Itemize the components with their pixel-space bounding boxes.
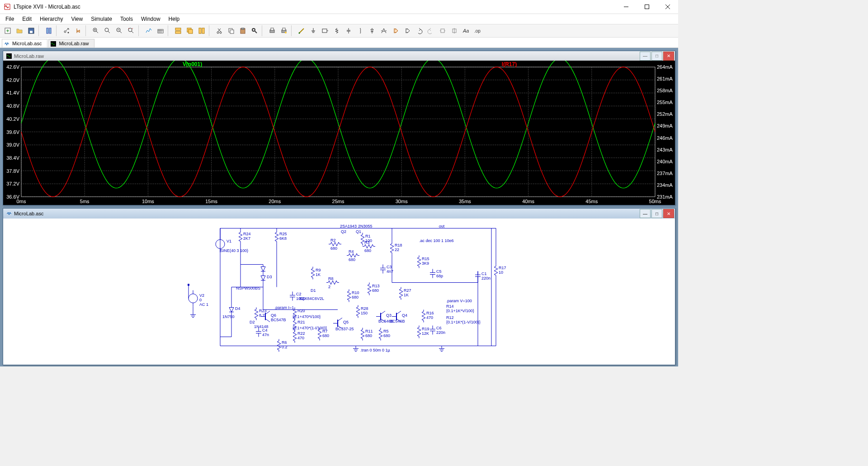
svg-rect-37 xyxy=(51,41,56,47)
run-button[interactable] xyxy=(61,25,72,37)
svg-text:BC337-25: BC337-25 xyxy=(335,327,354,331)
svg-text:R16: R16 xyxy=(426,311,434,315)
svg-text:264mA: 264mA xyxy=(657,64,673,70)
autorange-button[interactable] xyxy=(143,25,155,37)
menu-file[interactable]: File xyxy=(2,15,18,23)
schematic-title: MicroLab.asc xyxy=(14,211,639,216)
svg-text:.op: .op xyxy=(474,29,481,33)
svg-rect-4 xyxy=(47,28,48,33)
copy-button[interactable] xyxy=(225,25,237,37)
svg-text:R13: R13 xyxy=(372,284,380,288)
svg-rect-29 xyxy=(283,28,285,30)
menubar: File Edit Hierarchy View Simulate Tools … xyxy=(0,14,678,24)
halt-button[interactable] xyxy=(72,25,84,37)
svg-text:D2: D2 xyxy=(250,320,255,324)
svg-text:R14: R14 xyxy=(446,304,454,309)
diode-button[interactable] xyxy=(366,25,378,37)
spice-directive-button[interactable]: .op xyxy=(472,25,484,37)
menu-edit[interactable]: Edit xyxy=(19,15,35,23)
child-close-button[interactable]: ✕ xyxy=(663,52,674,61)
svg-rect-13 xyxy=(175,28,181,30)
svg-text:0: 0 xyxy=(199,298,202,302)
capacitor-button[interactable] xyxy=(343,25,354,37)
tile-windows-button[interactable] xyxy=(172,25,184,37)
resistor-button[interactable] xyxy=(331,25,343,37)
schematic-canvas[interactable]: outV1SINE(40 3 100)V20AC 1R242K7R256K8D3… xyxy=(3,219,675,365)
svg-text:15ms: 15ms xyxy=(205,199,217,204)
setup-button[interactable] xyxy=(155,25,166,37)
save-button[interactable] xyxy=(25,25,37,37)
plot-area[interactable]: 0ms5ms10ms15ms20ms25ms30ms35ms40ms45ms50… xyxy=(3,61,675,205)
tab-waveform[interactable]: MicroLab.raw xyxy=(48,39,94,48)
zoom-fit-button[interactable] xyxy=(125,25,137,37)
menu-hierarchy[interactable]: Hierarchy xyxy=(36,15,66,23)
minimize-button[interactable] xyxy=(616,0,637,14)
menu-view[interactable]: View xyxy=(67,15,86,23)
svg-text:Q5: Q5 xyxy=(343,320,349,324)
child-maximize-button[interactable]: □ xyxy=(651,52,662,61)
cascade-windows-button[interactable] xyxy=(184,25,196,37)
move-button[interactable] xyxy=(390,25,401,37)
svg-text:R22: R22 xyxy=(297,331,305,336)
child-close-button[interactable]: ✕ xyxy=(663,209,674,218)
cut-button[interactable] xyxy=(213,25,225,37)
find-button[interactable] xyxy=(249,25,260,37)
text-button[interactable]: Aa xyxy=(460,25,472,37)
menu-simulate[interactable]: Simulate xyxy=(87,15,116,23)
mirror-button[interactable] xyxy=(448,25,460,37)
waveform-titlebar[interactable]: MicroLab.raw — □ ✕ xyxy=(3,51,675,61)
label-button[interactable] xyxy=(319,25,331,37)
svg-text:249mA: 249mA xyxy=(657,123,673,128)
svg-text:243mA: 243mA xyxy=(657,147,673,152)
svg-text:R1: R1 xyxy=(365,234,371,238)
svg-point-6 xyxy=(64,31,66,33)
child-maximize-button[interactable]: □ xyxy=(651,209,662,218)
svg-text:Q2: Q2 xyxy=(341,229,346,234)
child-minimize-button[interactable]: — xyxy=(640,209,651,218)
print-setup-button[interactable] xyxy=(278,25,290,37)
menu-help[interactable]: Help xyxy=(165,15,184,23)
redo-button[interactable] xyxy=(425,25,437,37)
schematic-titlebar[interactable]: MicroLab.asc — □ ✕ xyxy=(3,209,675,219)
svg-text:150: 150 xyxy=(361,311,368,315)
svg-text:R10: R10 xyxy=(352,290,359,295)
new-schematic-button[interactable] xyxy=(2,25,14,37)
undo-button[interactable] xyxy=(413,25,425,37)
maximize-button[interactable] xyxy=(637,0,657,14)
svg-text:R5: R5 xyxy=(383,329,389,333)
svg-text:20ms: 20ms xyxy=(269,199,281,204)
ground-button[interactable] xyxy=(307,25,319,37)
wire-button[interactable] xyxy=(296,25,307,37)
rotate-button[interactable] xyxy=(437,25,448,37)
svg-rect-39 xyxy=(3,61,675,205)
close-windows-button[interactable] xyxy=(196,25,208,37)
inductor-button[interactable] xyxy=(354,25,366,37)
svg-rect-17 xyxy=(199,28,201,33)
open-button[interactable] xyxy=(14,25,25,37)
child-minimize-button[interactable]: — xyxy=(640,52,651,61)
svg-rect-120 xyxy=(188,284,189,286)
tab-schematic[interactable]: MicroLab.asc xyxy=(2,39,47,48)
close-button[interactable] xyxy=(657,0,678,14)
drag-button[interactable] xyxy=(401,25,413,37)
svg-text:{0.1+470*(1-I/100)}: {0.1+470*(1-I/100)} xyxy=(292,326,327,330)
component-button[interactable] xyxy=(378,25,390,37)
pan-button[interactable] xyxy=(102,25,113,37)
menu-tools[interactable]: Tools xyxy=(117,15,137,23)
svg-text:220n: 220n xyxy=(436,330,445,335)
svg-point-7 xyxy=(68,32,69,33)
menu-window[interactable]: Window xyxy=(137,15,164,23)
paste-button[interactable] xyxy=(237,25,249,37)
svg-text:BC546B: BC546B xyxy=(390,319,405,323)
zoom-out-button[interactable] xyxy=(113,25,125,37)
print-button[interactable] xyxy=(266,25,278,37)
svg-point-31 xyxy=(299,33,300,34)
svg-text:40.8V: 40.8V xyxy=(6,103,19,109)
svg-text:D1: D1 xyxy=(311,288,316,293)
control-panel-button[interactable] xyxy=(43,25,55,37)
svg-text:470: 470 xyxy=(426,315,433,320)
waveform-window: MicroLab.raw — □ ✕ 0ms5ms10ms15ms20ms25m… xyxy=(3,51,675,205)
svg-line-235 xyxy=(381,311,385,314)
zoom-in-button[interactable] xyxy=(90,25,102,37)
svg-rect-18 xyxy=(202,28,204,33)
